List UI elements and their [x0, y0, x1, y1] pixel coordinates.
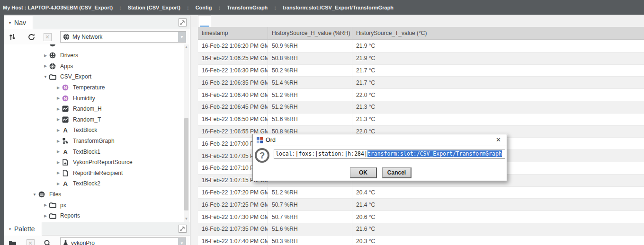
- globe-icon: [63, 34, 70, 40]
- breadcrumb-item[interactable]: transform:slot:/CSV_Export/TransformGrap…: [283, 5, 394, 10]
- table-row[interactable]: 16-Feb-22 1:07:40 PM GMT50.3 %RH20.3 °C: [198, 235, 644, 245]
- tree-item-drivers[interactable]: ▶Drivers: [4, 50, 183, 61]
- breadcrumb-item[interactable]: TransformGraph: [227, 5, 268, 10]
- table-row[interactable]: 16-Feb-22 1:06:45 PM GMT51.2 %RH21.3 °C: [198, 101, 644, 113]
- clear-x-icon[interactable]: ✕: [26, 239, 35, 245]
- table-row[interactable]: 16-Feb-22 1:06:40 PM GMT51.2 %RH22.0 °C: [198, 88, 644, 101]
- tree-item-label: Apps: [60, 63, 73, 70]
- tree-item-textblock2[interactable]: ▶ATextBlock2: [4, 178, 183, 189]
- expander-icon[interactable]: ▼: [42, 75, 49, 79]
- column-header[interactable]: HistorySource_H_value (%RH): [268, 27, 352, 39]
- tree-item-reportfilerecipient[interactable]: ▶ReportFileRecipient: [4, 168, 183, 179]
- expander-icon[interactable]: ▶: [54, 182, 62, 186]
- popout-icon[interactable]: [179, 225, 187, 233]
- timestamp-cell: 16-Feb-22 1:07:40 PM GMT: [198, 236, 268, 245]
- palette-module-value: vykonPro: [71, 240, 178, 245]
- table-row[interactable]: 16-Feb-22 1:06:30 PM GMT50.2 %RH21.7 °C: [198, 64, 644, 77]
- humidity-cell: 51.2 %RH: [268, 187, 352, 199]
- humidity-cell: 51.2 %RH: [268, 89, 352, 101]
- tree-item-csv_export[interactable]: ▼CSV_Export: [4, 71, 183, 82]
- dropdown-arrow-icon[interactable]: ▼: [178, 32, 186, 42]
- tree-item-temperature[interactable]: ▶NTemperature: [4, 82, 183, 93]
- nav-panel: ▾ Nav ✕ My Network ▼: [4, 16, 190, 222]
- breadcrumb-item[interactable]: Config: [196, 5, 212, 10]
- tree-item[interactable]: [4, 44, 183, 50]
- tree-item-files[interactable]: ▼Files: [4, 189, 183, 200]
- svg-text:N: N: [64, 85, 67, 90]
- close-icon[interactable]: ✕: [496, 136, 501, 143]
- clear-x-icon[interactable]: ✕: [43, 33, 52, 41]
- expander-icon[interactable]: ▶: [54, 128, 62, 132]
- popout-icon[interactable]: [179, 18, 187, 26]
- table-row[interactable]: 16-Feb-22 1:06:20 PM GMT50.9 %RH21.9 °C: [198, 40, 644, 52]
- tree-item-humidity[interactable]: ▶NHumidity: [4, 93, 183, 104]
- table-row[interactable]: 16-Feb-22 1:07:25 PM GMT50.7 %RH21.4 °C: [198, 198, 644, 210]
- tree-item-px[interactable]: ▶px: [4, 200, 183, 210]
- scroll-thumb[interactable]: [184, 118, 188, 210]
- timestamp-cell: 16-Feb-22 1:06:45 PM GMT: [198, 101, 268, 113]
- refresh-icon[interactable]: [27, 33, 36, 41]
- nav-title: Nav: [14, 19, 26, 26]
- expander-icon[interactable]: ▶: [54, 96, 62, 100]
- expander-icon[interactable]: ▼: [31, 192, 38, 197]
- active-view-tab[interactable]: [198, 15, 211, 27]
- nav-scope-dropdown[interactable]: My Network ▼: [60, 31, 186, 43]
- cancel-button[interactable]: Cancel: [382, 167, 411, 178]
- temperature-cell: 20.3 °C: [352, 236, 644, 245]
- timestamp-cell: 16-Feb-22 1:06:35 PM GMT: [198, 77, 268, 88]
- tree-item-random_h[interactable]: ▶Random_H: [4, 104, 183, 114]
- expander-icon[interactable]: ▶: [54, 149, 62, 154]
- tree-item-reports[interactable]: ▶Reports: [4, 210, 183, 221]
- humidity-cell: 51.2 %RH: [268, 101, 352, 113]
- tree-item-transformgraph[interactable]: ▶TransformGraph: [4, 136, 183, 147]
- table-row[interactable]: 16-Feb-22 1:06:50 PM GMT51.6 %RH21.3 °C: [198, 113, 644, 125]
- palette-tab[interactable]: ▾ Palette: [4, 222, 42, 236]
- table-row[interactable]: 16-Feb-22 1:06:25 PM GMT50.8 %RH21.9 °C: [198, 52, 644, 64]
- nav-tab[interactable]: ▾ Nav: [4, 16, 33, 29]
- expander-icon[interactable]: ▶: [54, 86, 62, 90]
- breadcrumb-item[interactable]: Station (CSV_Export): [128, 5, 180, 10]
- temperature-cell: 20.4 °C: [352, 187, 644, 199]
- table-row[interactable]: 16-Feb-22 1:06:35 PM GMT51.4 %RH21.7 °C: [198, 76, 644, 88]
- tree-item-random_t[interactable]: ▶Random_T: [4, 114, 183, 125]
- ok-button[interactable]: OK: [350, 167, 377, 178]
- humidity-cell: 50.2 %RH: [268, 65, 352, 77]
- temperature-cell: 21.4 °C: [352, 199, 644, 210]
- ord-input[interactable]: local:|foxs:|station:|h:284|transform:sl…: [274, 149, 505, 159]
- expander-icon[interactable]: ▶: [54, 160, 62, 165]
- ord-dialog-titlebar[interactable]: Ord ✕: [253, 134, 507, 146]
- expander-icon[interactable]: ▶: [54, 139, 62, 143]
- table-row[interactable]: 16-Feb-22 1:07:35 PM GMT51.6 %RH21.6 °C: [198, 223, 644, 235]
- temperature-cell: 21.9 °C: [352, 40, 644, 52]
- expander-icon[interactable]: ▶: [42, 214, 49, 218]
- expander-icon[interactable]: ▶: [42, 64, 49, 68]
- palette-module-dropdown[interactable]: vykonPro ▼: [60, 237, 186, 245]
- table-row[interactable]: 16-Feb-22 1:07:30 PM GMT50.7 %RH20.6 °C: [198, 210, 644, 223]
- expander-icon[interactable]: ▶: [54, 171, 62, 175]
- tree-item-label: ReportFileRecipient: [73, 170, 123, 176]
- palette-panel-header: ▾ Palette: [4, 222, 190, 236]
- updown-arrows-icon[interactable]: [8, 33, 17, 41]
- tree-item-textblock[interactable]: ▶ATextBlock: [4, 125, 183, 136]
- table-row[interactable]: 16-Feb-22 1:07:20 PM GMT51.2 %RH20.4 °C: [198, 186, 644, 199]
- expander-icon[interactable]: ▶: [42, 203, 49, 207]
- tree-item-vykonproreportsource[interactable]: ▶VykonProReportSource: [4, 157, 183, 168]
- open-folder-icon[interactable]: [8, 239, 17, 245]
- expander-icon[interactable]: ▶: [54, 117, 62, 122]
- ord-value-prefix: local:|foxs:|station:|h:284|: [276, 150, 367, 157]
- column-header[interactable]: timestamp: [198, 27, 268, 39]
- expander-icon[interactable]: ▶: [54, 107, 62, 111]
- tree-item-textblock1[interactable]: ▶ATextBlock1: [4, 146, 183, 157]
- tree-item-apps[interactable]: ▶Apps: [4, 61, 183, 72]
- timestamp-cell: 16-Feb-22 1:06:40 PM GMT: [198, 89, 268, 101]
- scroll-down-icon[interactable]: ▼: [184, 216, 189, 222]
- scroll-up-icon[interactable]: ▲: [184, 44, 189, 50]
- dropdown-arrow-icon[interactable]: ▼: [178, 238, 186, 245]
- breadcrumb-item[interactable]: My Host : LAPTOP-4JO35EBM (CSV_Export): [3, 5, 113, 10]
- search-icon[interactable]: [43, 239, 52, 245]
- column-header[interactable]: HistorySource_T_value (°C): [352, 27, 644, 39]
- tree-item-label: VykonProReportSource: [73, 159, 133, 166]
- nav-tree-scrollbar[interactable]: ▲ ▼: [184, 44, 189, 222]
- expander-icon[interactable]: ▶: [42, 53, 49, 58]
- svg-text:A: A: [63, 180, 68, 187]
